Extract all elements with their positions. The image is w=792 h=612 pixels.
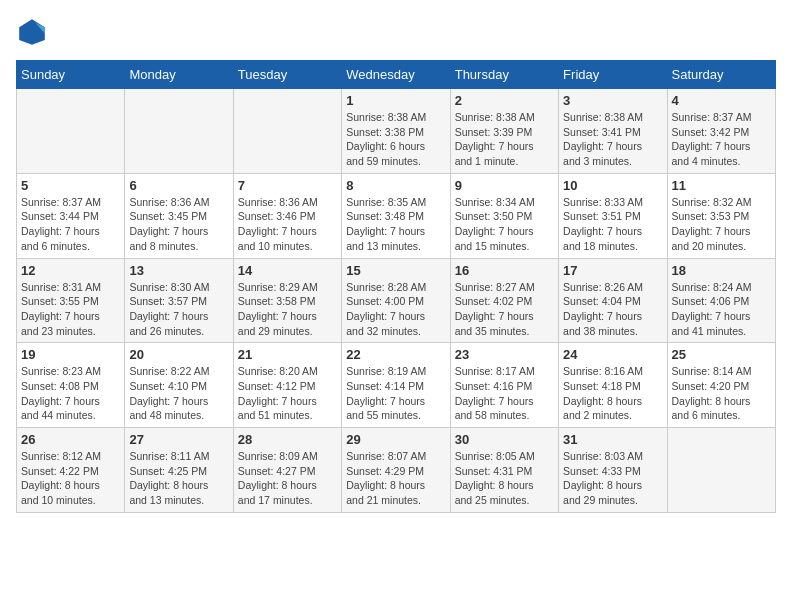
calendar-cell: 19Sunrise: 8:23 AM Sunset: 4:08 PM Dayli… [17, 343, 125, 428]
day-number: 26 [21, 432, 120, 447]
day-info: Sunrise: 8:29 AM Sunset: 3:58 PM Dayligh… [238, 280, 337, 339]
weekday-header-saturday: Saturday [667, 61, 775, 89]
day-info: Sunrise: 8:12 AM Sunset: 4:22 PM Dayligh… [21, 449, 120, 508]
day-number: 21 [238, 347, 337, 362]
day-number: 28 [238, 432, 337, 447]
day-number: 3 [563, 93, 662, 108]
weekday-header-sunday: Sunday [17, 61, 125, 89]
weekday-header-tuesday: Tuesday [233, 61, 341, 89]
calendar-cell: 28Sunrise: 8:09 AM Sunset: 4:27 PM Dayli… [233, 428, 341, 513]
day-info: Sunrise: 8:38 AM Sunset: 3:41 PM Dayligh… [563, 110, 662, 169]
calendar-cell: 26Sunrise: 8:12 AM Sunset: 4:22 PM Dayli… [17, 428, 125, 513]
day-number: 12 [21, 263, 120, 278]
weekday-header-wednesday: Wednesday [342, 61, 450, 89]
calendar-cell: 23Sunrise: 8:17 AM Sunset: 4:16 PM Dayli… [450, 343, 558, 428]
calendar-cell: 14Sunrise: 8:29 AM Sunset: 3:58 PM Dayli… [233, 258, 341, 343]
day-number: 30 [455, 432, 554, 447]
calendar-cell [17, 89, 125, 174]
day-number: 25 [672, 347, 771, 362]
day-number: 16 [455, 263, 554, 278]
day-info: Sunrise: 8:31 AM Sunset: 3:55 PM Dayligh… [21, 280, 120, 339]
calendar-cell: 20Sunrise: 8:22 AM Sunset: 4:10 PM Dayli… [125, 343, 233, 428]
day-info: Sunrise: 8:22 AM Sunset: 4:10 PM Dayligh… [129, 364, 228, 423]
page-header [16, 16, 776, 48]
day-number: 9 [455, 178, 554, 193]
day-info: Sunrise: 8:36 AM Sunset: 3:46 PM Dayligh… [238, 195, 337, 254]
day-number: 23 [455, 347, 554, 362]
day-info: Sunrise: 8:11 AM Sunset: 4:25 PM Dayligh… [129, 449, 228, 508]
day-info: Sunrise: 8:38 AM Sunset: 3:38 PM Dayligh… [346, 110, 445, 169]
calendar-header: SundayMondayTuesdayWednesdayThursdayFrid… [17, 61, 776, 89]
calendar-week-row: 5Sunrise: 8:37 AM Sunset: 3:44 PM Daylig… [17, 173, 776, 258]
day-number: 13 [129, 263, 228, 278]
calendar-cell: 10Sunrise: 8:33 AM Sunset: 3:51 PM Dayli… [559, 173, 667, 258]
day-info: Sunrise: 8:09 AM Sunset: 4:27 PM Dayligh… [238, 449, 337, 508]
day-number: 18 [672, 263, 771, 278]
day-number: 27 [129, 432, 228, 447]
day-number: 2 [455, 93, 554, 108]
calendar-cell: 21Sunrise: 8:20 AM Sunset: 4:12 PM Dayli… [233, 343, 341, 428]
calendar-cell: 13Sunrise: 8:30 AM Sunset: 3:57 PM Dayli… [125, 258, 233, 343]
day-number: 24 [563, 347, 662, 362]
day-number: 11 [672, 178, 771, 193]
calendar-cell: 2Sunrise: 8:38 AM Sunset: 3:39 PM Daylig… [450, 89, 558, 174]
day-info: Sunrise: 8:36 AM Sunset: 3:45 PM Dayligh… [129, 195, 228, 254]
calendar-cell [125, 89, 233, 174]
calendar-week-row: 12Sunrise: 8:31 AM Sunset: 3:55 PM Dayli… [17, 258, 776, 343]
calendar-body: 1Sunrise: 8:38 AM Sunset: 3:38 PM Daylig… [17, 89, 776, 513]
day-info: Sunrise: 8:05 AM Sunset: 4:31 PM Dayligh… [455, 449, 554, 508]
day-info: Sunrise: 8:17 AM Sunset: 4:16 PM Dayligh… [455, 364, 554, 423]
calendar-cell: 16Sunrise: 8:27 AM Sunset: 4:02 PM Dayli… [450, 258, 558, 343]
calendar-week-row: 26Sunrise: 8:12 AM Sunset: 4:22 PM Dayli… [17, 428, 776, 513]
day-number: 29 [346, 432, 445, 447]
calendar-cell: 1Sunrise: 8:38 AM Sunset: 3:38 PM Daylig… [342, 89, 450, 174]
day-number: 22 [346, 347, 445, 362]
day-info: Sunrise: 8:26 AM Sunset: 4:04 PM Dayligh… [563, 280, 662, 339]
calendar-cell: 25Sunrise: 8:14 AM Sunset: 4:20 PM Dayli… [667, 343, 775, 428]
day-info: Sunrise: 8:37 AM Sunset: 3:42 PM Dayligh… [672, 110, 771, 169]
weekday-header-friday: Friday [559, 61, 667, 89]
calendar-table: SundayMondayTuesdayWednesdayThursdayFrid… [16, 60, 776, 513]
day-number: 10 [563, 178, 662, 193]
calendar-cell: 4Sunrise: 8:37 AM Sunset: 3:42 PM Daylig… [667, 89, 775, 174]
day-info: Sunrise: 8:35 AM Sunset: 3:48 PM Dayligh… [346, 195, 445, 254]
day-info: Sunrise: 8:07 AM Sunset: 4:29 PM Dayligh… [346, 449, 445, 508]
day-number: 5 [21, 178, 120, 193]
day-info: Sunrise: 8:03 AM Sunset: 4:33 PM Dayligh… [563, 449, 662, 508]
calendar-cell: 7Sunrise: 8:36 AM Sunset: 3:46 PM Daylig… [233, 173, 341, 258]
calendar-cell: 9Sunrise: 8:34 AM Sunset: 3:50 PM Daylig… [450, 173, 558, 258]
svg-marker-0 [19, 19, 45, 45]
calendar-cell: 31Sunrise: 8:03 AM Sunset: 4:33 PM Dayli… [559, 428, 667, 513]
day-info: Sunrise: 8:34 AM Sunset: 3:50 PM Dayligh… [455, 195, 554, 254]
day-info: Sunrise: 8:37 AM Sunset: 3:44 PM Dayligh… [21, 195, 120, 254]
day-number: 4 [672, 93, 771, 108]
day-number: 15 [346, 263, 445, 278]
day-number: 1 [346, 93, 445, 108]
day-info: Sunrise: 8:30 AM Sunset: 3:57 PM Dayligh… [129, 280, 228, 339]
calendar-cell: 17Sunrise: 8:26 AM Sunset: 4:04 PM Dayli… [559, 258, 667, 343]
day-info: Sunrise: 8:19 AM Sunset: 4:14 PM Dayligh… [346, 364, 445, 423]
day-info: Sunrise: 8:33 AM Sunset: 3:51 PM Dayligh… [563, 195, 662, 254]
logo [16, 16, 52, 48]
day-info: Sunrise: 8:20 AM Sunset: 4:12 PM Dayligh… [238, 364, 337, 423]
calendar-cell: 22Sunrise: 8:19 AM Sunset: 4:14 PM Dayli… [342, 343, 450, 428]
logo-icon [16, 16, 48, 48]
weekday-header-monday: Monday [125, 61, 233, 89]
calendar-week-row: 19Sunrise: 8:23 AM Sunset: 4:08 PM Dayli… [17, 343, 776, 428]
day-number: 8 [346, 178, 445, 193]
day-info: Sunrise: 8:16 AM Sunset: 4:18 PM Dayligh… [563, 364, 662, 423]
day-info: Sunrise: 8:38 AM Sunset: 3:39 PM Dayligh… [455, 110, 554, 169]
day-number: 20 [129, 347, 228, 362]
calendar-cell: 11Sunrise: 8:32 AM Sunset: 3:53 PM Dayli… [667, 173, 775, 258]
day-info: Sunrise: 8:14 AM Sunset: 4:20 PM Dayligh… [672, 364, 771, 423]
calendar-cell: 3Sunrise: 8:38 AM Sunset: 3:41 PM Daylig… [559, 89, 667, 174]
calendar-cell [667, 428, 775, 513]
calendar-cell: 12Sunrise: 8:31 AM Sunset: 3:55 PM Dayli… [17, 258, 125, 343]
day-info: Sunrise: 8:27 AM Sunset: 4:02 PM Dayligh… [455, 280, 554, 339]
calendar-cell: 5Sunrise: 8:37 AM Sunset: 3:44 PM Daylig… [17, 173, 125, 258]
day-number: 6 [129, 178, 228, 193]
calendar-week-row: 1Sunrise: 8:38 AM Sunset: 3:38 PM Daylig… [17, 89, 776, 174]
day-number: 7 [238, 178, 337, 193]
calendar-cell [233, 89, 341, 174]
calendar-cell: 18Sunrise: 8:24 AM Sunset: 4:06 PM Dayli… [667, 258, 775, 343]
